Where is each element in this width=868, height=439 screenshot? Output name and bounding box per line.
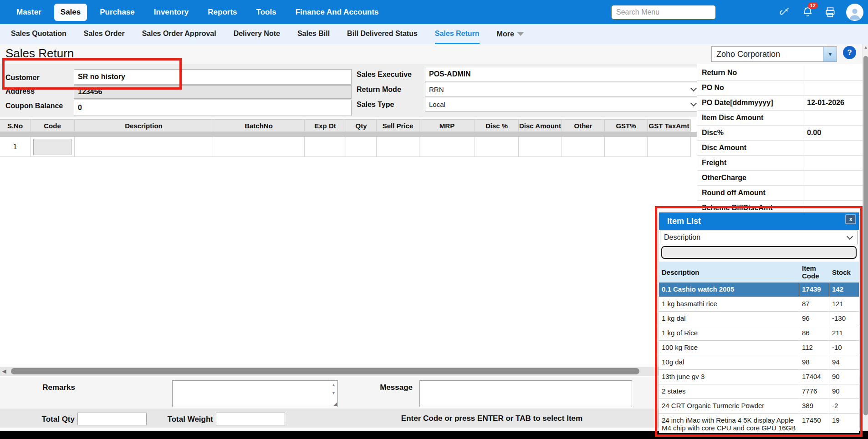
item-list-row[interactable]: 13th june gv 31740490 <box>659 370 859 384</box>
customer-value: SR no history <box>78 73 125 81</box>
help-button[interactable]: ? <box>843 46 856 59</box>
tab-sales-return[interactable]: Sales Return <box>435 24 480 44</box>
cell-sell-price[interactable] <box>377 137 419 156</box>
summary-row-othercharge: OtherCharge <box>697 171 863 186</box>
item-description: 1 kg basmathi rice <box>659 297 799 311</box>
cell-batchno[interactable] <box>213 137 305 156</box>
page-header: Sales Return Zoho Corporation ▼ <box>0 44 868 64</box>
tab-sales-order-approval[interactable]: Sales Order Approval <box>142 24 216 44</box>
nav-item-master[interactable]: Master <box>10 4 48 21</box>
table-row[interactable]: 1 <box>0 137 691 157</box>
summary-value[interactable] <box>803 156 863 170</box>
total-qty-input[interactable] <box>77 413 147 425</box>
nav-item-inventory[interactable]: Inventory <box>148 4 195 21</box>
item-description: 24 CRT Organic Turmeric Powder <box>659 399 799 413</box>
item-list-search-input[interactable] <box>662 247 856 258</box>
cell-gst-taxamt[interactable] <box>648 137 691 156</box>
code-input[interactable] <box>33 139 72 155</box>
summary-value[interactable]: 0.00 <box>803 126 863 140</box>
scroll-left-arrow-icon[interactable]: ◀ <box>0 367 8 376</box>
item-list-row[interactable]: 1 kg basmathi rice87121 <box>659 297 859 312</box>
scroll-up-arrow-icon[interactable]: ▲ <box>863 44 868 50</box>
customer-input[interactable]: SR no history <box>74 69 352 85</box>
item-code: 7776 <box>799 384 829 399</box>
tab-sales-order[interactable]: Sales Order <box>84 24 125 44</box>
cell-code[interactable] <box>31 137 75 156</box>
search-input[interactable] <box>612 5 715 19</box>
scroll-up-arrow-icon[interactable]: ▲ <box>332 383 336 387</box>
item-list-row[interactable]: 24 inch iMac with Retina 4 5K display Ap… <box>659 414 859 433</box>
item-list-row[interactable]: 24 CRT Organic Turmeric Powder389-2 <box>659 399 859 414</box>
column-header-qty: Qty <box>346 120 377 131</box>
tab-sales-quotation[interactable]: Sales Quotation <box>11 24 66 44</box>
summary-value[interactable] <box>803 81 863 95</box>
total-weight-input[interactable] <box>216 413 285 425</box>
vertical-scrollbar-thumb[interactable] <box>863 56 868 415</box>
coupon-balance-input[interactable]: 0 <box>74 100 352 116</box>
cell-qty[interactable] <box>346 137 377 156</box>
scroll-down-arrow-icon[interactable]: ▼ <box>332 391 336 395</box>
nav-item-reports[interactable]: Reports <box>201 4 243 21</box>
item-list-row[interactable]: 1 kg dal96-130 <box>659 312 859 326</box>
summary-value[interactable] <box>803 141 863 155</box>
tab-bill-delivered-status[interactable]: Bill Delivered Status <box>347 24 418 44</box>
user-avatar[interactable] <box>846 4 863 21</box>
cell-description[interactable] <box>75 137 213 156</box>
tab-sales-bill[interactable]: Sales Bill <box>297 24 330 44</box>
nav-item-sales[interactable]: Sales <box>54 4 87 21</box>
cell-mrp[interactable] <box>419 137 475 156</box>
horizontal-scrollbar[interactable]: ◀ <box>0 367 697 376</box>
item-list-row[interactable]: 1 kg of Rice86211 <box>659 326 859 341</box>
theme-brush-icon[interactable] <box>778 5 791 19</box>
summary-value[interactable]: 12-01-2026 <box>803 96 863 110</box>
item-stock: -2 <box>829 399 857 413</box>
summary-value[interactable] <box>803 66 863 80</box>
summary-row-po-date-ddmmyyyy: PO Date[ddmmyyyy]12-01-2026 <box>697 96 863 111</box>
nav-item-purchase[interactable]: Purchase <box>93 4 141 21</box>
vertical-scrollbar[interactable]: ▲ <box>863 44 868 431</box>
cell-gst[interactable] <box>605 137 648 156</box>
top-navigation-bar: MasterSalesPurchaseInventoryReportsTools… <box>0 0 868 24</box>
item-list-row[interactable]: 10g dal9894 <box>659 355 859 370</box>
cell-other[interactable] <box>562 137 605 156</box>
address-input[interactable]: 123456 <box>74 85 352 99</box>
company-selector[interactable]: Zoho Corporation ▼ <box>711 46 837 62</box>
sales-type-value: Local <box>429 101 691 108</box>
tab-more[interactable]: More <box>497 24 524 44</box>
notifications-bell-icon[interactable]: 12 <box>801 5 814 19</box>
summary-row-return-no: Return No <box>697 66 863 81</box>
summary-row-po-no: PO No <box>697 81 863 96</box>
cell-exp-dt[interactable] <box>305 137 346 156</box>
column-header-batchno: BatchNo <box>213 120 305 131</box>
menu-search <box>611 5 716 20</box>
summary-value[interactable] <box>803 186 863 200</box>
sales-type-select[interactable]: Local <box>425 97 702 111</box>
printer-icon[interactable] <box>823 5 837 19</box>
item-list-row[interactable]: 0.1 Cashio watch 200517439142 <box>659 283 859 297</box>
nav-item-tools[interactable]: Tools <box>250 4 283 21</box>
summary-value[interactable] <box>803 171 863 185</box>
message-textarea[interactable] <box>419 380 632 407</box>
tab-delivery-note[interactable]: Delivery Note <box>234 24 280 44</box>
cell-s-no[interactable]: 1 <box>0 137 31 156</box>
item-code: 17439 <box>799 283 829 297</box>
return-mode-select[interactable]: RRN <box>425 82 702 96</box>
nav-item-finance-and-accounts[interactable]: Finance And Accounts <box>289 4 385 21</box>
item-list-filter-select[interactable]: Description <box>660 231 858 244</box>
close-icon[interactable]: x <box>845 214 856 224</box>
resize-handle-icon[interactable]: ◢ <box>333 401 337 406</box>
summary-label: PO No <box>697 81 803 95</box>
sales-executive-input[interactable]: POS-ADMIN <box>425 67 702 81</box>
summary-value[interactable] <box>803 111 863 125</box>
item-list-column-item-code: Item Code <box>799 262 829 283</box>
cell-disc-amount[interactable] <box>519 137 562 156</box>
remarks-textarea[interactable]: ▲▼ ◢ <box>172 380 338 407</box>
cell-disc[interactable] <box>475 137 519 156</box>
dropdown-arrow-icon[interactable]: ▼ <box>823 47 837 61</box>
column-header-other: Other <box>562 120 605 131</box>
item-list-row[interactable]: 2 states777690 <box>659 384 859 399</box>
item-list-popup-header[interactable]: Item List x <box>659 212 859 230</box>
horizontal-scrollbar-thumb[interactable] <box>11 368 639 374</box>
item-description: 1 kg of Rice <box>659 326 799 340</box>
item-list-row[interactable]: 100 kg Rice112-10 <box>659 341 859 355</box>
